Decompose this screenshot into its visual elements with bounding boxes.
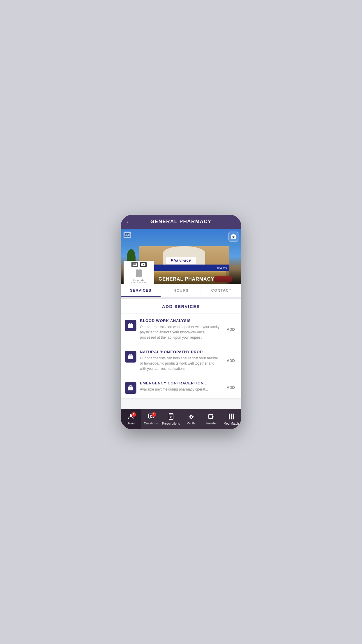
questions-icon: 1	[148, 414, 154, 421]
questions-badge: 1	[152, 412, 156, 417]
content-area: ADD SERVICES BLOOD WORK ANALYSIS Our pha…	[121, 297, 241, 409]
tabs-row: SERVICES HOURS CONTACT	[121, 284, 241, 297]
users-badge: 1	[131, 412, 136, 417]
transfer-icon	[208, 414, 215, 421]
service-desc-1: Our pharmacists can work together with y…	[140, 324, 221, 340]
camera-button[interactable]	[229, 232, 238, 242]
service-info-1: BLOOD WORK ANALYSIS Our pharmacists can …	[140, 318, 221, 340]
phone-frame: ← GENERAL PHARMACY Pharmacy 1 Hr Photo D…	[121, 215, 241, 429]
service-item: BLOOD WORK ANALYSIS Our pharmacists can …	[121, 314, 241, 345]
svg-point-8	[143, 264, 144, 265]
nav-label-users: Users	[127, 422, 135, 425]
pharmacy-sign: Pharmacy	[166, 257, 196, 264]
tab-contact[interactable]: CONTACT	[201, 284, 241, 297]
logo-subtext: HEALTHCARE	[131, 281, 147, 283]
svg-rect-9	[136, 270, 139, 277]
service-icon-3	[125, 382, 136, 394]
service-title-1: BLOOD WORK ANALYSIS	[140, 318, 221, 323]
refills-icon	[188, 414, 194, 421]
svg-rect-7	[133, 263, 136, 265]
service-desc-2: Our pharmacists can help ensure that you…	[140, 356, 221, 371]
service-icon-2	[125, 351, 136, 363]
page-title: GENERAL PHARMACY	[150, 219, 212, 225]
logo-gallery-icon	[131, 262, 138, 267]
prescriptions-icon	[168, 413, 174, 421]
nav-item-questions[interactable]: 1 Questions	[141, 409, 161, 429]
nav-label-transfer: Transfer	[205, 422, 217, 425]
svg-point-5	[233, 236, 234, 237]
nav-item-transfer[interactable]: Transfer	[201, 409, 221, 429]
service-item: EMERGENCY CONTRACEPTION ... Available an…	[121, 376, 241, 399]
svg-rect-19	[169, 414, 173, 419]
nav-item-users[interactable]: 1 Users	[121, 409, 141, 429]
logo-name: Legends	[133, 279, 145, 281]
camera-icon	[229, 232, 238, 242]
gallery-icon[interactable]	[124, 232, 131, 239]
app-header: ← GENERAL PHARMACY	[121, 215, 241, 229]
add-button-1[interactable]: ADD	[224, 326, 237, 333]
back-button[interactable]: ←	[125, 218, 132, 225]
logo-icons-row	[131, 262, 147, 267]
svg-rect-25	[231, 414, 232, 419]
section-divider	[121, 297, 241, 299]
svg-rect-23	[209, 414, 213, 419]
nav-label-questions: Questions	[144, 422, 158, 425]
add-services-header: ADD SERVICES	[121, 299, 241, 314]
hero-section: Pharmacy 1 Hr Photo Drive Thru	[121, 229, 241, 284]
nav-item-prescriptions[interactable]: Prescriptions	[161, 409, 181, 429]
service-item: NATURAL/HOMEOPATHY PROD... Our pharmacis…	[121, 345, 241, 376]
nav-item-refills[interactable]: Refills	[181, 409, 201, 429]
svg-rect-26	[233, 414, 234, 419]
hero-pharmacy-name: GENERAL PHARMACY	[159, 276, 214, 282]
tabs-section: SERVICES HOURS CONTACT	[121, 284, 241, 297]
service-icon-1	[125, 320, 136, 331]
logo-symbol	[133, 268, 145, 278]
tab-services[interactable]: SERVICES	[121, 284, 161, 297]
service-desc-3: Available anytime during pharmacy operat…	[140, 387, 221, 392]
logo-badge: Legends HEALTHCARE	[124, 261, 154, 284]
nav-label-medmatch: Med-Match	[224, 422, 239, 425]
medmatch-icon	[229, 413, 234, 421]
nav-label-prescriptions: Prescriptions	[162, 422, 180, 425]
logo-camera-icon	[140, 262, 147, 267]
awning-text-right: Drive Thru	[217, 267, 227, 269]
add-button-2[interactable]: ADD	[224, 357, 237, 364]
users-icon: 1	[128, 414, 134, 421]
svg-rect-24	[229, 414, 230, 419]
service-info-3: EMERGENCY CONTRACEPTION ... Available an…	[140, 381, 221, 392]
nav-item-medmatch[interactable]: Med-Match	[221, 409, 241, 429]
bottom-nav: 1 Users 1 Questions	[121, 409, 241, 429]
service-info-2: NATURAL/HOMEOPATHY PROD... Our pharmacis…	[140, 350, 221, 371]
add-button-3[interactable]: ADD	[224, 384, 237, 391]
tab-hours[interactable]: HOURS	[161, 284, 201, 297]
service-title-2: NATURAL/HOMEOPATHY PROD...	[140, 350, 221, 354]
nav-label-refills: Refills	[187, 422, 195, 425]
service-title-3: EMERGENCY CONTRACEPTION ...	[140, 381, 221, 385]
